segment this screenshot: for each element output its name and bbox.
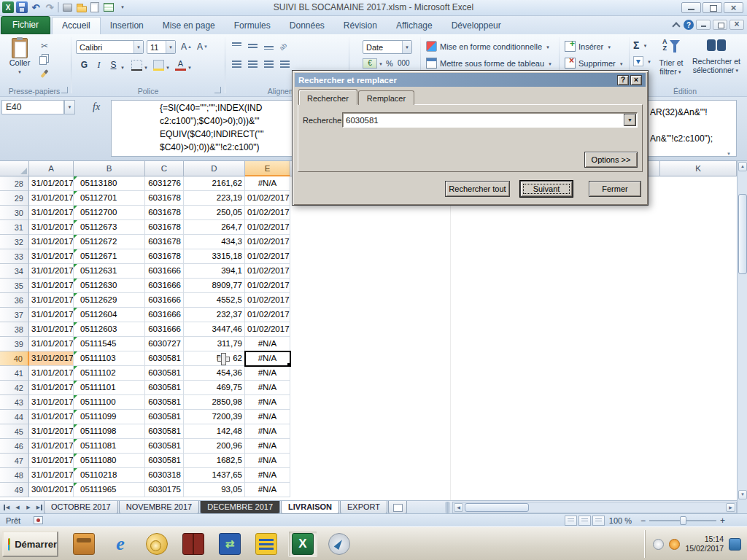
last-sheet-icon[interactable] [34,502,44,513]
sheet-tab-novembre-2017[interactable]: NOVEMBRE 2017 [119,501,199,514]
cell-B28[interactable]: 05113180 [74,176,145,191]
cell-C45[interactable]: 6030581 [145,424,184,439]
copy-button[interactable] [38,54,51,66]
align-right-icon[interactable] [263,59,275,69]
format-painter-button[interactable] [38,68,51,79]
ribbon-tab-r-vision[interactable]: Révision [334,18,387,34]
page-layout-view-icon[interactable] [578,516,591,526]
align-left-icon[interactable] [231,59,243,69]
conditional-formatting-button[interactable]: Mise en forme conditionnelle [426,41,551,52]
font-name-combo[interactable]: Calibri [76,40,144,54]
find-all-button[interactable]: Rechercher tout [445,181,510,197]
cell-B42[interactable]: 05111101 [74,381,145,395]
align-top-icon[interactable] [231,41,243,51]
cell-D46[interactable]: 200,96 [184,439,245,454]
cell-C36[interactable]: 6031666 [145,293,184,308]
font-dialog-launcher-icon[interactable] [214,87,221,93]
cell-A37[interactable]: 31/01/2017 [29,308,74,322]
help-icon[interactable]: ? [684,20,694,30]
cell-E31[interactable]: 01/02/2017 [245,220,290,235]
cell-E47[interactable]: #N/A [245,454,290,468]
row-header-38[interactable]: 38 [0,322,29,337]
cell-E45[interactable]: #N/A [245,424,290,439]
next-sheet-icon[interactable] [23,502,34,513]
cell-D47[interactable]: 1682,5 [184,454,245,468]
collapse-formula-bar-icon[interactable] [727,148,734,154]
cell-B46[interactable]: 05111081 [74,439,145,454]
ribbon-tab-formules[interactable]: Formules [225,18,280,34]
font-color-icon[interactable]: A [175,59,186,71]
cell-B45[interactable]: 05111098 [74,424,145,439]
cut-button[interactable] [38,40,51,52]
cell-C32[interactable]: 6031678 [145,235,184,249]
comma-style-button[interactable]: 000 [398,59,410,67]
row-header-31[interactable]: 31 [0,220,29,235]
close-icon[interactable] [724,2,743,13]
row-header-46[interactable]: 46 [0,439,29,454]
cell-A35[interactable]: 31/01/2017 [29,279,74,293]
cell-C28[interactable]: 6031276 [145,176,184,191]
cell-E36[interactable]: 01/02/2017 [245,293,290,308]
search-input[interactable]: 6030581 [342,112,638,128]
percent-style-button[interactable]: % [386,59,393,68]
cell-B41[interactable]: 05111102 [74,366,145,381]
sheet-tab-livraison[interactable]: LIVRAISON [281,501,339,514]
borders-icon[interactable] [131,60,142,71]
cell-D30[interactable]: 250,05 [184,206,245,220]
cell-A36[interactable]: 31/01/2017 [29,293,74,308]
insert-sheet-tab[interactable] [388,501,407,514]
cell-C42[interactable]: 6030581 [145,381,184,395]
cell-C39[interactable]: 6030727 [145,337,184,351]
cell-D28[interactable]: 2161,62 [184,176,245,191]
cell-C37[interactable]: 6031666 [145,308,184,322]
search-dropdown-icon[interactable] [624,114,636,126]
cell-B35[interactable]: 05112630 [74,279,145,293]
cell-B37[interactable]: 05112604 [74,308,145,322]
cell-E40[interactable]: #N/A [245,351,290,366]
align-center-icon[interactable] [247,59,259,69]
row-header-34[interactable]: 34 [0,264,29,279]
ribbon-tab-accueil[interactable]: Accueil [52,17,101,34]
cell-D32[interactable]: 434,3 [184,235,245,249]
cell-D38[interactable]: 3447,46 [184,322,245,337]
cell-B43[interactable]: 05111100 [74,395,145,410]
cell-D31[interactable]: 264,7 [184,220,245,235]
cell-D40[interactable]: 51 62 [184,351,245,366]
cell-C34[interactable]: 6031666 [145,264,184,279]
row-header-44[interactable]: 44 [0,410,29,424]
cell-B34[interactable]: 05112631 [74,264,145,279]
clipboard-dialog-launcher-icon[interactable] [61,87,68,93]
cell-D49[interactable]: 93,05 [184,483,245,497]
row-header-40[interactable]: 40 [0,351,29,366]
number-format-dropdown-icon[interactable] [402,41,411,53]
workbook-restore-icon[interactable] [713,20,727,30]
cell-C30[interactable]: 6031678 [145,206,184,220]
close-button[interactable]: Fermer [589,181,641,197]
cell-A31[interactable]: 31/01/2017 [29,220,74,235]
tray-clock-icon[interactable] [653,539,664,550]
ribbon-tab-insertion[interactable]: Insertion [101,18,153,34]
cell-C47[interactable]: 6030581 [145,454,184,468]
zoom-out-icon[interactable]: − [640,516,646,525]
vertical-scrollbar[interactable] [737,161,747,500]
cell-C40[interactable]: 6030581 [145,351,184,366]
shrink-font-button[interactable]: A▼ [196,40,209,53]
tray-network-icon[interactable] [729,538,741,551]
ribbon-tab-donn-es[interactable]: Données [280,18,334,34]
cell-A33[interactable]: 31/01/2017 [29,249,74,264]
zoom-level[interactable]: 100 % [609,516,632,525]
cell-E44[interactable]: #N/A [245,410,290,424]
font-size-dropdown-icon[interactable] [166,41,175,53]
align-middle-icon[interactable] [247,41,259,51]
cell-A39[interactable]: 31/01/2017 [29,337,74,351]
cell-B47[interactable]: 05111080 [74,454,145,468]
cell-D41[interactable]: 454,36 [184,366,245,381]
cell-C33[interactable]: 6031678 [145,249,184,264]
workbook-close-icon[interactable] [729,20,744,30]
bold-button[interactable]: G [77,58,91,71]
cell-E28[interactable]: #N/A [245,176,290,191]
align-bottom-icon[interactable] [263,41,275,51]
cell-D34[interactable]: 394,1 [184,264,245,279]
row-header-48[interactable]: 48 [0,468,29,483]
cell-C29[interactable]: 6031678 [145,191,184,206]
